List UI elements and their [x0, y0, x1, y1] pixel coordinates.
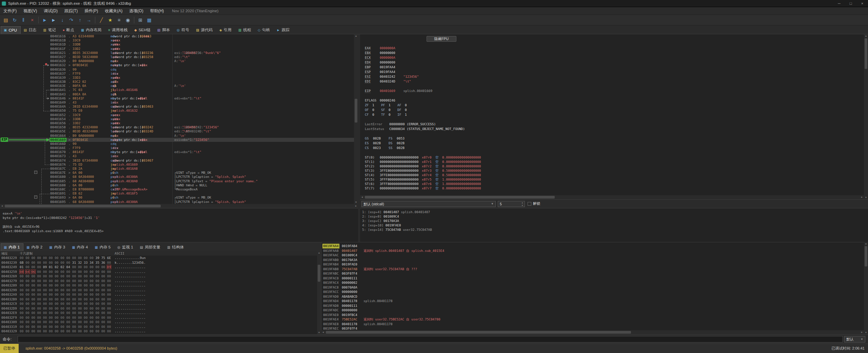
collapse-box-icon[interactable]: − — [34, 196, 37, 199]
bottom-tab-局部变量[interactable]: ▤局部变量 — [137, 243, 164, 251]
register-eflags[interactable]: EFLAGS00000246 — [365, 98, 399, 103]
step-over-icon[interactable]: ↷ — [67, 16, 76, 24]
bottom-tab-内存 3[interactable]: ▦内存 3 — [46, 243, 69, 251]
tab-源代码[interactable]: ▨源代码 — [193, 26, 216, 34]
stack-row[interactable]: 0019FAD800000111 — [321, 303, 864, 308]
calling-convention-select[interactable]: 默认 (stdcall)▼ — [361, 201, 496, 207]
bottom-tab-监视 1[interactable]: ◎监视 1 — [114, 243, 137, 251]
disasm-row[interactable]: −0040167E>6A 00push 0┌UINT uType = MB_OK — [0, 171, 354, 175]
register-eax[interactable]: EAX0000000A — [365, 46, 399, 50]
restart-icon[interactable]: ↻ — [10, 16, 19, 24]
disasm-hscrollbar[interactable]: ◄ ► — [0, 204, 358, 208]
disasm-row[interactable]: 00401650.75 E0jne splish.401632 — [0, 109, 354, 113]
scroll-up-icon[interactable]: ▲ — [354, 34, 358, 38]
register-esi[interactable]: ESI00403242 "123456" — [365, 74, 419, 79]
register-ecx[interactable]: ECX0000000A — [365, 55, 399, 60]
disasm-row[interactable]: 00401654.33DBxor ebx,ebx — [0, 117, 354, 121]
disasm-row[interactable]: 00401649.43inc ebx — [0, 100, 354, 105]
disasm-row[interactable]: 0040164A.381D 63344000cmp ebx,dword ptr … — [0, 105, 354, 109]
stack-row[interactable]: 0019FAA40019FAB4 — [321, 244, 864, 248]
debug-monitor-icon[interactable]: ▦ — [145, 16, 154, 24]
dump-row[interactable]: 0040328900 00 00 00 00 00 00 00 00 00 00… — [0, 283, 317, 288]
stack-row[interactable]: 0019FAAC001009C4 — [321, 253, 864, 258]
stack-row[interactable]: 0019FAC000000111 — [321, 276, 864, 281]
register-esp[interactable]: ESP0019FAA4 — [365, 70, 399, 74]
fpu-ST(1)[interactable]: ST(1)00000000000000000000x87r1空0.0000000… — [365, 160, 481, 164]
stack-vscrollbar[interactable]: ▲ ▼ — [864, 242, 868, 334]
scroll-down-icon[interactable]: ▼ — [317, 331, 321, 334]
disasm-row[interactable]: 0040167A.75 EDjne splish.401669 — [0, 163, 354, 167]
disasm-row[interactable]: 0040161F.33D2xor edx,edx — [0, 47, 354, 51]
disasm-row[interactable]: 00401656.33D2xor edx,edx — [0, 121, 354, 125]
menu-item[interactable]: 调试(D) — [40, 7, 61, 15]
arg-row[interactable]: 5: [esp+14] 75C047AB user32.75C047AB — [362, 227, 868, 232]
disasm-row[interactable]: 00401652.33C9xor ecx,ecx — [0, 113, 354, 117]
stack-row[interactable]: 0019FAE800401178splish.00401178 — [321, 322, 864, 327]
menu-item[interactable]: 插件(P) — [81, 7, 101, 15]
fpu-ST(7)[interactable]: ST(7)00000000000000000000x87r7空0.0000000… — [365, 186, 481, 190]
tab-日志[interactable]: ▤日志 — [21, 26, 40, 34]
dump-row[interactable]: 004032A900 00 00 00 00 00 00 00 00 00 00… — [0, 292, 317, 297]
step-out-icon[interactable]: ↑ — [76, 16, 84, 24]
register-eip[interactable]: EIP00401669 splish.00401669 — [365, 89, 432, 93]
dump-row[interactable]: 004032E900 00 00 00 00 00 00 00 00 00 00… — [0, 311, 317, 315]
dump-row[interactable]: 004032B900 00 00 00 00 00 00 00 00 00 00… — [0, 297, 317, 302]
stack-row[interactable]: 0019FAD0ABABABCD — [321, 294, 864, 299]
dump-row[interactable]: 0040326900 00 00 00 00 00 00 00 00 00 00… — [0, 274, 317, 279]
calculator-icon[interactable]: ⊞ — [136, 16, 145, 24]
register-ebx[interactable]: EBX00000000 — [365, 51, 399, 55]
disasm-row[interactable]: 0040167C.EB 2Ajmp splish.4016A8 — [0, 167, 354, 171]
scroll-up-icon[interactable]: ▲ — [317, 251, 321, 255]
disasm-row[interactable]: 0040161B.33C9xor ecx,ecx — [0, 38, 354, 42]
stop-icon[interactable]: × — [28, 16, 37, 24]
run-alt-icon[interactable]: ► — [49, 16, 58, 24]
disasm-row[interactable]: 0040166D.99cdq — [0, 142, 354, 146]
disasm-row[interactable]: 00401691.EB 62jmp splish.4016F5 — [0, 191, 354, 196]
run-icon[interactable]: ► — [40, 16, 49, 24]
memory-dump-pane[interactable]: 地址 十六进制 ASCII 0040322900 00 00 00 00 00 … — [0, 251, 317, 334]
segment-row[interactable]: CS0023SS002B — [365, 146, 412, 150]
collapse-box-icon[interactable]: − — [34, 171, 37, 174]
flags-row[interactable]: OF0SF0DF0 — [365, 108, 414, 112]
breakpoint-dot[interactable] — [45, 63, 47, 65]
disasm-row[interactable]: 00401627.8D3D 58324000lea edi,dword ptr … — [0, 55, 354, 59]
scroll-down-icon[interactable]: ▼ — [864, 196, 868, 199]
stack-row[interactable]: 0019FAA800401407返回到 splish.00401407 自 sp… — [321, 248, 864, 253]
dump-row[interactable]: 0040324901 00 00 00 09 01 02 02 04 00 00… — [0, 265, 317, 270]
fpu-ST(2)[interactable]: ST(2)00000000000000000000x87r2空0.0000000… — [365, 164, 481, 168]
arg-count-stepper[interactable]: 5▴▾ — [498, 201, 525, 207]
scroll-right-icon[interactable]: ► — [860, 195, 864, 199]
disasm-row[interactable]: 0040163B.83C2 02add edx,2 — [0, 80, 354, 84]
dump-vscrollbar[interactable]: ▲ ▼ — [317, 251, 321, 334]
menu-item[interactable]: 文件(F) — [0, 7, 20, 15]
disasm-row[interactable]: 00401646>88141Fmov byte ptr ds:[edi+ebx]… — [0, 96, 354, 100]
stack-row[interactable]: 0019FACC00000000 — [321, 290, 864, 294]
last-status[interactable]: LastStatusC0000034 (STATUS_OBJECT_NAME_N… — [365, 127, 465, 131]
disasm-row[interactable]: 00401674.381D 67344000cmp ebx,dword ptr … — [0, 159, 354, 163]
menu-item[interactable]: 帮助(H) — [147, 7, 167, 15]
tab-符号[interactable]: ◎符号 — [174, 26, 193, 34]
dump-row[interactable]: 004032396B 00 00 00 00 00 00 00 00 31 32… — [0, 260, 317, 265]
tab-脚本[interactable]: ▧脚本 — [154, 26, 174, 34]
dump-row[interactable]: 004032F900 00 00 00 00 00 00 00 00 00 00… — [0, 315, 317, 320]
disasm-row[interactable]: 00401616.A3 63344000mov dword ptr ds:[40… — [0, 34, 354, 38]
flags-row[interactable]: CF0TF0IF1 — [365, 112, 414, 117]
scroll-down-icon[interactable]: ▼ — [864, 331, 868, 334]
maximize-button[interactable]: □ — [845, 0, 856, 7]
tab-SEH链[interactable]: ◆SEH链 — [131, 26, 154, 34]
menu-item[interactable]: 视图(V) — [20, 7, 40, 15]
disasm-row[interactable]: 00401664.B9 0A000000mov ecx,AA:'\n' — [0, 134, 354, 138]
dump-row[interactable]: 0040325908 04 06 00 00 00 00 00 00 00 00… — [0, 270, 317, 274]
command-profile-select[interactable]: 默认▼ — [844, 336, 865, 342]
tab-笔记[interactable]: ▥笔记 — [40, 26, 59, 34]
stack-row[interactable]: 0019FABC003F07F4 — [321, 271, 864, 276]
tab-线程[interactable]: ▥线程 — [235, 26, 255, 34]
stack-row[interactable]: 0019FAC400000002 — [321, 280, 864, 285]
scroll-left-icon[interactable]: ◄ — [360, 195, 364, 199]
disasm-row[interactable]: 0040162D.B9 0A000000mov ecx,AA:'\n' — [0, 59, 354, 63]
stack-hscrollbar[interactable]: ◄ ► — [321, 330, 864, 334]
menu-item[interactable]: 跟踪(T) — [61, 7, 81, 15]
stack-row[interactable]: 0019FAB40019FAE0 — [321, 262, 864, 267]
stack-row[interactable]: 0019FAD400401178splish.00401178 — [321, 299, 864, 303]
arg-row[interactable]: 2: [esp+8] 001009C4 — [362, 214, 868, 219]
